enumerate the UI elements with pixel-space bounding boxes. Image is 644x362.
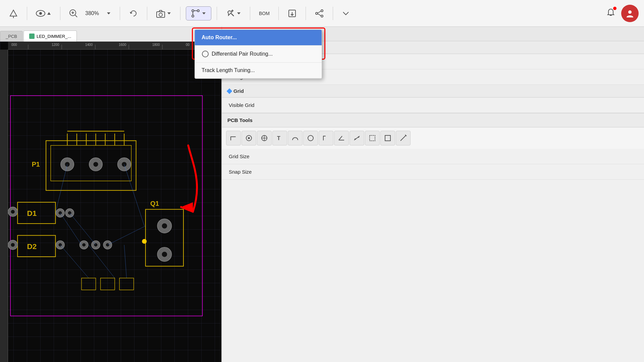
sep3: [120, 7, 120, 20]
svg-marker-4: [47, 12, 51, 15]
tool-pad[interactable]: [257, 131, 272, 145]
arrow-tool-button[interactable]: [5, 7, 21, 20]
sep10: [333, 7, 333, 20]
svg-line-8: [75, 15, 77, 17]
zoom-level: 380%: [85, 10, 99, 16]
diff-pair-routing-menu-item[interactable]: Differential Pair Routing...: [195, 46, 322, 63]
tool-measure[interactable]: [350, 131, 364, 145]
svg-point-23: [321, 10, 323, 12]
svg-line-26: [318, 11, 321, 13]
share-button[interactable]: [311, 7, 327, 20]
svg-point-107: [308, 135, 313, 141]
route-dropdown-menu: Auto Router... Differential Pair Routing…: [195, 29, 322, 79]
tab-pcb[interactable]: _PCB: [0, 31, 23, 42]
sep2: [60, 7, 60, 20]
q1-component: Q1: [142, 200, 183, 266]
tool-corner[interactable]: [319, 131, 333, 145]
tool-circle[interactable]: [303, 131, 318, 145]
svg-point-81: [59, 243, 62, 247]
pcb-tools-header: PCB Tools: [222, 113, 644, 127]
auto-router-label: Auto Router...: [202, 35, 237, 40]
svg-rect-90: [119, 278, 133, 290]
sep6: [217, 7, 217, 20]
svg-rect-113: [370, 135, 375, 141]
pcb-tools-grid: T: [222, 127, 644, 149]
sync-button[interactable]: [125, 7, 142, 20]
sep1: [27, 7, 27, 20]
diff-pair-label: Differential Pair Routing...: [212, 51, 273, 57]
tool-arc[interactable]: [288, 131, 303, 145]
svg-marker-18: [202, 12, 206, 14]
visible-grid-row[interactable]: Visible Grid: [222, 98, 644, 113]
sep4: [147, 7, 147, 20]
svg-point-57: [93, 162, 98, 167]
svg-point-13: [192, 10, 194, 12]
grid-label: Grid: [233, 88, 244, 94]
tab-led-dimmer-label: LED_DIMMER_...: [37, 34, 71, 39]
visibility-button[interactable]: [33, 8, 55, 19]
svg-line-109: [339, 136, 342, 140]
notification-badge: [613, 7, 616, 10]
svg-text:1400: 1400: [85, 43, 93, 47]
svg-point-69: [162, 223, 167, 229]
svg-line-94: [124, 164, 144, 226]
bom-button[interactable]: BOM: [256, 9, 273, 18]
notification-bell[interactable]: [604, 6, 617, 21]
svg-point-55: [65, 162, 70, 167]
svg-point-14: [197, 10, 199, 12]
svg-text:P1: P1: [32, 161, 40, 168]
zoom-dropdown-button[interactable]: [103, 9, 114, 18]
tool-cutout[interactable]: [380, 131, 395, 145]
svg-line-115: [400, 135, 406, 141]
tool-select-rect[interactable]: [365, 131, 380, 145]
grid-size-row[interactable]: Grid Size: [222, 149, 644, 164]
svg-line-96: [89, 245, 115, 278]
svg-text:1200: 1200: [52, 43, 59, 47]
svg-marker-0: [10, 10, 17, 16]
auto-router-menu-item[interactable]: Auto Router...: [195, 30, 322, 46]
svg-point-102: [248, 137, 250, 139]
user-avatar[interactable]: [621, 5, 639, 22]
pcb-canvas[interactable]: 000 1200 1400 1600 1800 00 2600: [0, 42, 221, 362]
snap-size-row[interactable]: Snap Size: [222, 164, 644, 180]
route-button[interactable]: [186, 6, 211, 20]
p1-component: P1: [32, 131, 136, 190]
visible-grid-label: Visible Grid: [229, 102, 637, 108]
svg-rect-43: [10, 96, 202, 316]
svg-line-27: [318, 14, 321, 16]
svg-text:D2: D2: [27, 242, 37, 251]
svg-point-77: [68, 211, 71, 215]
svg-marker-12: [167, 12, 171, 14]
svg-rect-89: [101, 278, 115, 290]
more-button[interactable]: [338, 7, 353, 19]
svg-point-11: [159, 13, 162, 16]
svg-line-19: [231, 13, 234, 16]
tool-via[interactable]: [241, 131, 256, 145]
diff-pair-container: Differential Pair Routing...: [202, 50, 315, 58]
sep7: [250, 7, 250, 20]
grid-diamond-icon: [227, 88, 232, 94]
tabs-bar: _PCB LED_DIMMER_...: [0, 27, 221, 42]
diff-pair-icon: [202, 50, 209, 58]
svg-point-72: [142, 239, 147, 244]
pcb-svg: P1 D1 D2 Q1: [8, 50, 221, 362]
camera-button[interactable]: [153, 7, 175, 20]
tool-angle[interactable]: [334, 131, 349, 145]
tools-button[interactable]: [222, 7, 245, 20]
svg-text:1800: 1800: [152, 43, 160, 47]
tool-route-single[interactable]: [226, 131, 241, 145]
tab-led-dimmer[interactable]: LED_DIMMER_...: [23, 31, 77, 42]
svg-point-83: [82, 243, 86, 247]
ruler-horizontal: 000 1200 1400 1600 1800 00 2600: [8, 42, 221, 50]
zoom-in-button[interactable]: [66, 7, 81, 20]
svg-line-98: [124, 245, 126, 278]
track-length-tuning-menu-item[interactable]: Track Length Tuning...: [195, 63, 322, 78]
tool-drill[interactable]: [396, 131, 411, 145]
svg-point-75: [11, 210, 14, 214]
svg-point-29: [628, 10, 632, 14]
tool-text[interactable]: T: [272, 131, 287, 145]
grid-size-label: Grid Size: [229, 154, 637, 159]
red-arrow-annotation: [181, 145, 197, 212]
export-button[interactable]: [284, 7, 300, 20]
svg-point-3: [39, 12, 42, 15]
